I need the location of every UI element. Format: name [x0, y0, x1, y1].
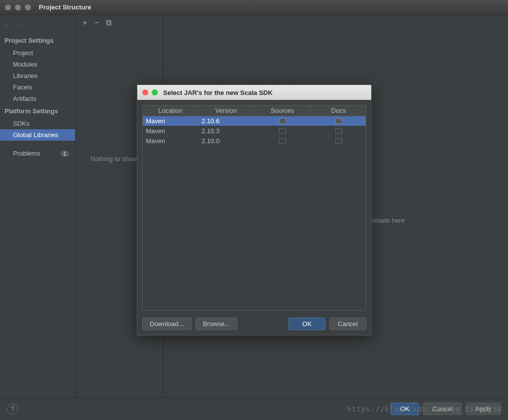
table-header: Location Version Sources Docs — [143, 105, 366, 116]
cell-location: Maven — [143, 116, 199, 126]
window-title: Project Structure — [39, 3, 91, 11]
window-control-close[interactable] — [5, 4, 11, 10]
nav-back-icon[interactable]: ← — [4, 21, 11, 29]
add-icon[interactable]: + — [83, 19, 87, 27]
sidebar-item-libraries[interactable]: Libraries — [0, 70, 75, 82]
select-jars-dialog: Select JAR's for the new Scala SDK Locat… — [137, 84, 372, 336]
cell-sources — [254, 116, 311, 126]
col-docs[interactable]: Docs — [311, 105, 367, 116]
sidebar: ← → Project Settings Project Modules Lib… — [0, 15, 76, 398]
dialog-ok-button[interactable]: OK — [289, 318, 325, 330]
copy-icon[interactable]: ⧉ — [106, 19, 111, 27]
dialog-close-icon[interactable] — [142, 89, 148, 95]
col-sources[interactable]: Sources — [254, 105, 311, 116]
checkbox-icon[interactable] — [279, 118, 286, 124]
cell-location: Maven — [143, 126, 199, 136]
middle-toolbar: + − ⧉ — [76, 15, 163, 31]
window-control-max[interactable] — [25, 4, 31, 10]
help-icon[interactable]: ? — [7, 404, 18, 415]
dialog-body: Location Version Sources Docs Maven 2.10… — [137, 100, 371, 335]
checkbox-icon[interactable] — [279, 128, 286, 134]
cell-sources — [254, 126, 311, 136]
table-row[interactable]: Maven 2.10.6 — [143, 116, 366, 126]
sidebar-item-sdks[interactable]: SDKs — [0, 118, 75, 129]
window-control-min[interactable] — [15, 4, 21, 10]
main-ok-button[interactable]: OK — [391, 403, 419, 415]
cell-sources — [254, 136, 311, 146]
checkbox-icon[interactable] — [335, 118, 342, 124]
cell-version: 2.10.0 — [199, 136, 254, 146]
browse-button[interactable]: Browse... — [196, 318, 237, 330]
dialog-title: Select JAR's for the new Scala SDK — [163, 89, 273, 96]
cell-docs — [311, 116, 367, 126]
dialog-cancel-button[interactable]: Cancel — [329, 318, 366, 330]
problems-label: Problems — [13, 150, 40, 157]
detail-hint: details here — [371, 217, 405, 224]
cell-location: Maven — [143, 136, 199, 146]
checkbox-icon[interactable] — [279, 138, 286, 144]
cell-version: 2.10.6 — [199, 116, 254, 126]
sidebar-item-modules[interactable]: Modules — [0, 59, 75, 70]
nav-forward-icon[interactable]: → — [17, 21, 24, 29]
main-cancel-button[interactable]: Cancel — [423, 403, 462, 415]
sidebar-section-platform: Platform Settings — [0, 104, 75, 118]
cell-version: 2.10.3 — [199, 126, 254, 136]
sidebar-section-project: Project Settings — [0, 34, 75, 47]
download-button[interactable]: Download... — [142, 318, 192, 330]
main-apply-button[interactable]: Apply — [466, 403, 501, 415]
checkbox-icon[interactable] — [335, 138, 342, 144]
dialog-zoom-icon[interactable] — [152, 89, 158, 95]
cell-docs — [311, 126, 367, 136]
problems-badge: 1 — [60, 151, 69, 157]
table-row[interactable]: Maven 2.10.3 — [143, 126, 366, 136]
main-titlebar: Project Structure — [0, 0, 508, 15]
col-version[interactable]: Version — [199, 105, 254, 116]
sidebar-item-artifacts[interactable]: Artifacts — [0, 93, 75, 104]
table-row[interactable]: Maven 2.10.0 — [143, 136, 366, 146]
sdk-table: Location Version Sources Docs Maven 2.10… — [142, 105, 366, 311]
main-footer: ? OK Cancel Apply — [0, 398, 508, 420]
dialog-titlebar: Select JAR's for the new Scala SDK — [137, 85, 371, 100]
remove-icon[interactable]: − — [94, 19, 99, 27]
sidebar-item-problems[interactable]: Problems 1 — [0, 147, 75, 160]
sidebar-item-facets[interactable]: Facets — [0, 82, 75, 93]
cell-docs — [311, 136, 367, 146]
sidebar-item-project[interactable]: Project — [0, 47, 75, 59]
sidebar-item-global-libraries[interactable]: Global Libraries — [0, 129, 75, 141]
col-location[interactable]: Location — [143, 105, 199, 116]
dialog-buttons: Download... Browse... OK Cancel — [142, 311, 366, 330]
nav-history: ← → — [0, 19, 75, 34]
checkbox-icon[interactable] — [335, 128, 342, 134]
